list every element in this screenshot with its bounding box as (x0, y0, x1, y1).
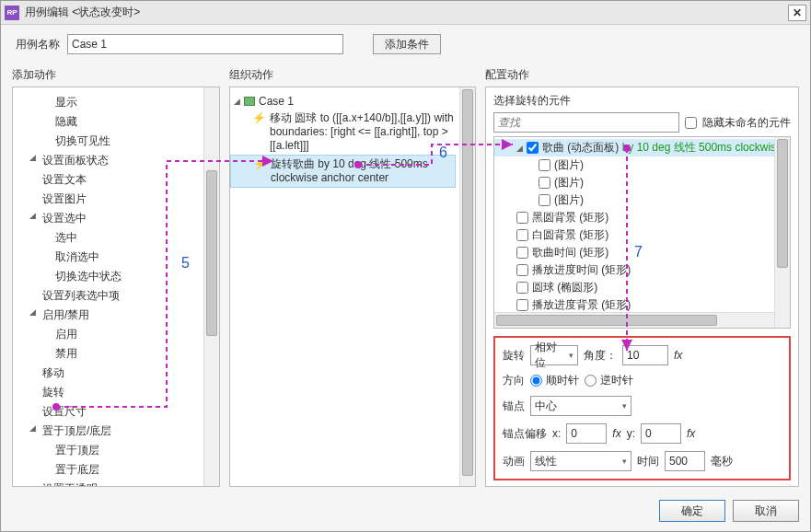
actions-panel: 显示 隐藏 切换可见性 设置面板状态 设置文本 设置图片 设置选中 选中 取消选… (12, 87, 220, 487)
anim-label: 动画 (503, 454, 525, 469)
titlebar: RP 用例编辑 <状态改变时> ✕ (1, 1, 810, 25)
rotate-label: 旋转 (503, 348, 525, 364)
elem-checkbox[interactable] (516, 247, 528, 259)
action-item[interactable]: 设置图片 (17, 190, 203, 209)
case-name-input[interactable] (67, 34, 343, 54)
select-element-label: 选择旋转的元件 (493, 93, 791, 109)
collapse-icon: ◢ (234, 97, 240, 106)
action-item[interactable]: 设置面板状态 (17, 151, 203, 170)
action-item[interactable]: 显示 (17, 93, 203, 112)
app-logo: RP (5, 6, 19, 20)
anim-select[interactable]: 线性 (530, 451, 631, 471)
bolt-icon: ⚡ (253, 157, 267, 170)
fx-button[interactable]: fx (674, 349, 682, 362)
angle-label: 角度： (584, 348, 617, 364)
mid-column-title: 组织动作 (229, 67, 476, 83)
action-item[interactable]: 设置不透明 (17, 480, 203, 486)
elem-checkbox[interactable] (516, 299, 528, 311)
action-item[interactable]: 设置列表选中项 (17, 286, 203, 306)
time-label: 时间 (637, 454, 659, 469)
left-column-title: 添加动作 (12, 67, 220, 83)
action-item[interactable]: 取消选中 (17, 248, 203, 267)
scrollbar-v[interactable] (203, 87, 219, 486)
action-item[interactable]: 切换可见性 (17, 132, 203, 151)
ccw-radio[interactable]: 逆时针 (585, 373, 633, 388)
cw-radio[interactable]: 顺时针 (530, 373, 579, 388)
action-item[interactable]: 选中 (17, 228, 203, 248)
anchor-select[interactable]: 中心 (530, 396, 631, 416)
case-icon (244, 97, 255, 106)
action-item[interactable]: 旋转 (17, 383, 203, 402)
close-button[interactable]: ✕ (788, 5, 806, 21)
add-condition-button[interactable]: 添加条件 (373, 34, 441, 54)
elem-checkbox[interactable] (539, 177, 550, 189)
element-list: ◢歌曲 (动态面板) by 10 deg 线性 500ms clockwise … (493, 136, 791, 329)
elem-row[interactable]: 白圆背景 (矩形) (494, 226, 774, 244)
elem-row[interactable]: (图片) (494, 156, 774, 174)
action-row-rotate[interactable]: ⚡ 旋转歌曲 by 10 deg 线性 500ms clockwise anch… (230, 155, 456, 188)
offset-x-input[interactable] (566, 423, 607, 444)
action-item[interactable]: 禁用 (17, 344, 203, 364)
action-item[interactable]: 切换选中状态 (17, 267, 203, 286)
scrollbar-h[interactable] (494, 312, 774, 328)
case-name-label: 用例名称 (16, 37, 60, 52)
elem-checkbox[interactable] (516, 229, 528, 241)
scrollbar-v[interactable] (459, 87, 475, 486)
fx-button[interactable]: fx (612, 427, 620, 440)
x-label: x: (552, 427, 561, 440)
elem-checkbox[interactable] (516, 264, 528, 276)
case-label: Case 1 (259, 95, 294, 108)
angle-input[interactable] (622, 345, 668, 365)
y-label: y: (627, 427, 635, 440)
elem-row[interactable]: 播放进度背景 (矩形) (494, 296, 774, 312)
case-name-row: 用例名称 添加条件 (1, 25, 810, 64)
elem-row[interactable]: 播放进度时间 (矩形) (494, 261, 774, 279)
scrollbar-v[interactable] (774, 137, 790, 328)
organize-panel: ◢ Case 1 ⚡ 移动 圆球 to ([[a.x+140/b]],[[a.y… (229, 87, 476, 487)
action-item[interactable]: 隐藏 (17, 112, 203, 132)
case-row[interactable]: ◢ Case 1 (234, 93, 456, 110)
action-item[interactable]: 置于顶层 (17, 441, 203, 460)
action-row-move[interactable]: ⚡ 移动 圆球 to ([[a.x+140/b]],[[a.y]]) with … (234, 110, 456, 155)
action-group[interactable]: 启用/禁用 (17, 306, 203, 325)
action-item[interactable]: 移动 (17, 364, 203, 383)
rotate-mode-select[interactable]: 相对位 (530, 345, 578, 365)
action-item[interactable]: 设置尺寸 (17, 402, 203, 422)
config-box: 旋转 相对位 角度： fx 方向 顺时针 逆时针 锚点 (493, 336, 791, 480)
bolt-icon: ⚡ (252, 111, 266, 124)
dialog-title: 用例编辑 <状态改变时> (25, 5, 788, 20)
cancel-button[interactable]: 取消 (733, 500, 799, 522)
time-unit: 毫秒 (711, 454, 733, 469)
hide-unnamed-label: 隐藏未命名的元件 (702, 115, 791, 131)
elem-row[interactable]: (图片) (494, 191, 774, 209)
elem-row[interactable]: ◢歌曲 (动态面板) by 10 deg 线性 500ms clockwise … (494, 139, 774, 156)
search-input[interactable] (493, 112, 679, 133)
elem-row[interactable]: 圆球 (椭圆形) (494, 279, 774, 296)
elem-checkbox[interactable] (539, 194, 550, 206)
elem-row[interactable]: 黑圆背景 (矩形) (494, 209, 774, 226)
ok-button[interactable]: 确定 (659, 500, 725, 522)
fx-button[interactable]: fx (687, 427, 695, 440)
elem-row[interactable]: 歌曲时间 (矩形) (494, 244, 774, 261)
elem-checkbox[interactable] (527, 142, 539, 154)
action-group[interactable]: 设置选中 (17, 209, 203, 228)
offset-label: 锚点偏移 (503, 426, 547, 442)
direction-label: 方向 (503, 373, 525, 388)
offset-y-input[interactable] (641, 423, 681, 444)
action-item[interactable]: 设置文本 (17, 170, 203, 190)
anchor-label: 锚点 (503, 399, 525, 414)
action-item[interactable]: 置于底层 (17, 460, 203, 480)
elem-checkbox[interactable] (539, 159, 550, 171)
action-item[interactable]: 启用 (17, 325, 203, 344)
time-input[interactable] (665, 451, 705, 471)
elem-row[interactable]: (图片) (494, 174, 774, 191)
close-icon: ✕ (793, 6, 802, 19)
footer: 确定 取消 (1, 494, 810, 531)
config-panel: 选择旋转的元件 隐藏未命名的元件 ◢歌曲 (动态面板) by 10 deg 线性… (485, 87, 799, 487)
action-group[interactable]: 置于顶层/底层 (17, 422, 203, 441)
elem-checkbox[interactable] (516, 282, 528, 294)
elem-checkbox[interactable] (516, 212, 528, 224)
right-column-title: 配置动作 (485, 67, 799, 83)
hide-unnamed-checkbox[interactable] (685, 117, 697, 129)
